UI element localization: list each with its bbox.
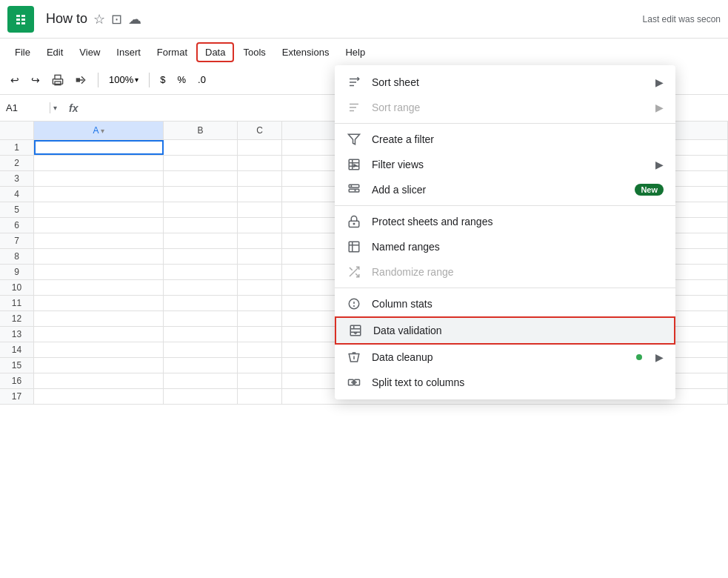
cloud-icon[interactable]: ☁	[128, 11, 141, 27]
cell-c10[interactable]	[238, 280, 282, 295]
cell-c9[interactable]	[238, 265, 282, 279]
cell-c8[interactable]	[238, 249, 282, 264]
cell-b7[interactable]	[164, 233, 238, 248]
cell-b15[interactable]	[164, 358, 238, 373]
cell-b5[interactable]	[164, 202, 238, 217]
zoom-selector[interactable]: 100% ▾	[104, 73, 143, 87]
zoom-arrow-icon: ▾	[135, 76, 138, 84]
cell-a8[interactable]	[34, 249, 164, 264]
menu-data[interactable]: Data	[196, 42, 234, 62]
menu-item-sort-range[interactable]: Sort range ▶	[335, 95, 675, 120]
currency-button[interactable]: $	[156, 71, 170, 88]
menu-bar: File Edit View Insert Format Data Tools …	[0, 39, 728, 65]
menu-item-filter-views[interactable]: Filter views ▶	[335, 152, 675, 177]
cell-a9[interactable]	[34, 265, 164, 279]
cell-c1[interactable]	[238, 140, 282, 155]
percent-button[interactable]: %	[173, 71, 190, 88]
sort-range-arrow-icon: ▶	[655, 102, 664, 113]
named-ranges-label: Named ranges	[372, 241, 664, 253]
cell-a15[interactable]	[34, 358, 164, 373]
cell-a7[interactable]	[34, 233, 164, 248]
cell-b9[interactable]	[164, 265, 238, 279]
menu-item-named-ranges[interactable]: Named ranges	[335, 234, 675, 259]
menu-item-protect-sheets[interactable]: Protect sheets and ranges	[335, 209, 675, 234]
cell-c13[interactable]	[238, 327, 282, 342]
menu-item-split-text[interactable]: Split text to columns	[335, 370, 675, 395]
cell-c3[interactable]	[238, 171, 282, 186]
cell-reference-input[interactable]	[6, 102, 50, 113]
cell-a2[interactable]	[34, 156, 164, 170]
menu-extensions[interactable]: Extensions	[275, 44, 337, 61]
cell-c2[interactable]	[238, 156, 282, 170]
star-icon[interactable]: ☆	[93, 11, 105, 27]
cell-b4[interactable]	[164, 187, 238, 202]
row-num: 12	[0, 311, 34, 326]
menu-item-data-validation[interactable]: Data validation	[335, 316, 675, 345]
svg-rect-10	[16, 19, 20, 21]
col-header-c[interactable]: C	[238, 122, 282, 139]
col-a-label: A	[93, 125, 98, 136]
cell-b3[interactable]	[164, 171, 238, 186]
col-header-b[interactable]: B	[164, 122, 238, 139]
cell-c7[interactable]	[238, 233, 282, 248]
cell-b2[interactable]	[164, 156, 238, 170]
cell-a13[interactable]	[34, 327, 164, 342]
cell-c12[interactable]	[238, 311, 282, 326]
undo-button[interactable]: ↩	[6, 71, 24, 89]
cell-c17[interactable]	[238, 389, 282, 404]
menu-file[interactable]: File	[7, 44, 38, 61]
cell-a10[interactable]	[34, 280, 164, 295]
cell-b1[interactable]	[164, 140, 238, 155]
cell-b11[interactable]	[164, 296, 238, 310]
redo-button[interactable]: ↪	[27, 71, 44, 89]
cell-c16[interactable]	[238, 373, 282, 388]
menu-item-create-filter[interactable]: Create a filter	[335, 127, 675, 152]
menu-insert[interactable]: Insert	[109, 44, 148, 61]
cell-b8[interactable]	[164, 249, 238, 264]
menu-help[interactable]: Help	[338, 44, 373, 61]
menu-item-add-slicer[interactable]: Add a slicer New	[335, 177, 675, 202]
cell-b10[interactable]	[164, 280, 238, 295]
menu-item-data-cleanup[interactable]: Data cleanup ▶	[335, 345, 675, 370]
cell-a11[interactable]	[34, 296, 164, 310]
col-header-a[interactable]: A ▾	[34, 122, 164, 139]
cell-a17[interactable]	[34, 389, 164, 404]
col-b-label: B	[197, 125, 203, 136]
cell-a16[interactable]	[34, 373, 164, 388]
print-button[interactable]	[47, 71, 68, 89]
cell-b16[interactable]	[164, 373, 238, 388]
menu-edit[interactable]: Edit	[39, 44, 70, 61]
menu-item-column-stats[interactable]: Column stats	[335, 291, 675, 316]
cell-a14[interactable]	[34, 342, 164, 357]
cell-b14[interactable]	[164, 342, 238, 357]
cell-c11[interactable]	[238, 296, 282, 310]
cell-a1[interactable]	[34, 140, 164, 155]
svg-marker-29	[354, 165, 356, 167]
cell-c6[interactable]	[238, 218, 282, 233]
cell-c15[interactable]	[238, 358, 282, 373]
cell-b12[interactable]	[164, 311, 238, 326]
menu-view[interactable]: View	[72, 44, 107, 61]
cell-a12[interactable]	[34, 311, 164, 326]
cell-b6[interactable]	[164, 218, 238, 233]
cell-b17[interactable]	[164, 389, 238, 404]
paint-format-button[interactable]	[71, 71, 92, 89]
cell-a6[interactable]	[34, 218, 164, 233]
cell-a4[interactable]	[34, 187, 164, 202]
folder-icon[interactable]: ⊡	[111, 11, 122, 27]
row-num: 15	[0, 358, 34, 373]
svg-rect-12	[16, 22, 20, 24]
row-num: 13	[0, 327, 34, 342]
menu-format[interactable]: Format	[150, 44, 195, 61]
menu-item-randomize-range[interactable]: Randomize range	[335, 259, 675, 285]
cell-a5[interactable]	[34, 202, 164, 217]
cell-c14[interactable]	[238, 342, 282, 357]
menu-tools[interactable]: Tools	[236, 44, 273, 61]
cell-c4[interactable]	[238, 187, 282, 202]
cell-a3[interactable]	[34, 171, 164, 186]
doc-title: How to	[46, 11, 87, 27]
cell-c5[interactable]	[238, 202, 282, 217]
menu-item-sort-sheet[interactable]: Sort sheet ▶	[335, 70, 675, 95]
cell-b13[interactable]	[164, 327, 238, 342]
decimal-button[interactable]: .0	[193, 71, 210, 88]
